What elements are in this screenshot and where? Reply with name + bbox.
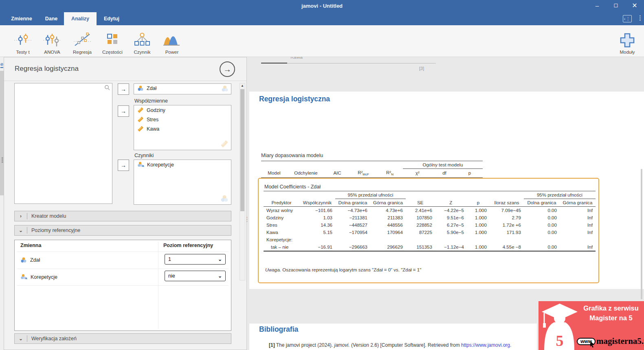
options-title: Regresja logistyczna bbox=[15, 65, 79, 73]
model-coefficients-table[interactable]: 95% przedział ufności95% przedział ufnoś… bbox=[264, 191, 596, 252]
continuous-variable-icon bbox=[137, 107, 144, 113]
ref-row-zdal: Zdał bbox=[20, 257, 40, 263]
nominal-variable-icon bbox=[137, 85, 144, 91]
analyses-ribbon: ja Testy t ANOVA Regresja Częstości Czyn… bbox=[0, 25, 644, 57]
variable-name: Kawa bbox=[147, 126, 159, 132]
assign-factors-button[interactable]: → bbox=[118, 160, 129, 171]
covariates-box[interactable]: Godziny Stres Kawa bbox=[134, 105, 231, 150]
analysis-output-card[interactable]: Regresja logistyczna Miary dopasowania m… bbox=[249, 92, 644, 289]
continuous-type-ghost-icon bbox=[220, 140, 229, 148]
collapse-options-arrow-button[interactable]: → bbox=[220, 61, 235, 77]
close-button[interactable]: ✕ bbox=[625, 0, 644, 12]
tab-analizy[interactable]: Analizy bbox=[64, 12, 97, 25]
scroll-up-arrow-icon[interactable]: ▲ bbox=[240, 84, 245, 88]
section-label: Poziomy referencyjne bbox=[31, 228, 80, 233]
factors-label: Czynniki bbox=[134, 153, 154, 158]
watermark-line1: Grafika z serwisu bbox=[578, 304, 644, 312]
section-poziomy-referencyjne[interactable]: ⌄ Poziomy referencyjne bbox=[14, 225, 231, 236]
continuous-variable-icon bbox=[137, 116, 144, 122]
variable-item-korepetycje[interactable]: a Korepetycje bbox=[134, 160, 231, 169]
background-spreadsheet-edge: e ●●● bbox=[0, 57, 4, 350]
coef-table-title: Model Coefficients - Zdał bbox=[264, 184, 321, 190]
previous-output-clipped-text: Kawa bbox=[290, 57, 303, 60]
ribbon-item-czynnik[interactable]: Czynnik bbox=[127, 28, 157, 55]
reference-levels-table: Zmienna Poziom referencyjny Zdał 1 ⌄ a K… bbox=[14, 240, 231, 331]
coef-table-note: Uwaga. Oszacowania reprezentują logarytm… bbox=[265, 267, 421, 272]
variable-item-godziny[interactable]: Godziny bbox=[134, 105, 231, 115]
ribbon-item-label: Moduły bbox=[620, 50, 635, 55]
search-icon bbox=[104, 85, 110, 90]
chevron-down-icon: ⌄ bbox=[15, 336, 27, 341]
section-weryfikacja-zalozen[interactable]: ⌄ Weryfikacja założeń bbox=[14, 333, 231, 344]
ref-col-variable: Zmienna bbox=[20, 243, 41, 248]
jamovi-link[interactable]: https://www.jamovi.org. bbox=[461, 342, 511, 348]
source-variables-list[interactable] bbox=[14, 83, 112, 204]
nominal-variable-icon bbox=[20, 257, 27, 263]
variable-item-stres[interactable]: Stres bbox=[134, 115, 231, 124]
watermark-site: magisterna5.pl bbox=[596, 336, 644, 346]
app-menu-icon[interactable]: ⋮ bbox=[637, 14, 643, 22]
ribbon-item-czestosci[interactable]: Częstości bbox=[98, 28, 127, 55]
assign-covariates-button[interactable]: → bbox=[118, 105, 129, 117]
tab-edytuj[interactable]: Edytuj bbox=[98, 12, 125, 25]
bibliography-heading: Bibliografia bbox=[259, 325, 298, 334]
ribbon-item-label: Power bbox=[165, 50, 179, 55]
previous-output-ref-marker: [3] bbox=[419, 66, 424, 71]
analysis-options-panel: Regresja logistyczna → → → → Zdał Współz… bbox=[4, 57, 247, 350]
scrollbar-thumb[interactable] bbox=[240, 89, 244, 211]
tab-zmienne[interactable]: Zmienne bbox=[6, 12, 37, 25]
variable-name: Zdał bbox=[147, 85, 156, 91]
selected-value: nie bbox=[168, 273, 175, 279]
section-kreator-modelu[interactable]: › Kreator modelu bbox=[14, 211, 231, 221]
syntax-mode-icon[interactable]: ‹⋮ bbox=[623, 15, 632, 22]
ribbon-item-power[interactable]: Power bbox=[157, 28, 187, 55]
options-scrollbar[interactable]: ▲ bbox=[240, 83, 245, 280]
ribbon-item-anova[interactable]: ANOVA bbox=[37, 28, 67, 55]
chevron-down-icon: ⌄ bbox=[218, 273, 222, 279]
variable-item-kawa[interactable]: Kawa bbox=[134, 124, 231, 133]
section-label: Kreator modelu bbox=[31, 213, 66, 219]
ribbon-item-testy-t[interactable]: Testy t bbox=[8, 28, 37, 55]
variable-name: Stres bbox=[147, 117, 158, 122]
dependent-variable-box[interactable]: Zdał bbox=[134, 83, 231, 94]
svg-text:a: a bbox=[142, 164, 144, 168]
ref-variable-name: Korepetycje bbox=[31, 274, 57, 280]
drag-handle-icon[interactable]: ●●● bbox=[1, 157, 3, 163]
assign-dependent-button[interactable]: → bbox=[118, 83, 129, 95]
main-tab-bar: Zmienne Dane Analizy Edytuj ‹⋮ ⋮ bbox=[0, 12, 644, 25]
watermark-banner: 5 Grafika z serwisu Magister na 5 www ma… bbox=[537, 299, 644, 350]
ref-col-level: Poziom referencyjny bbox=[163, 243, 213, 248]
model-coefficients-selection-box[interactable]: Model Coefficients - Zdał 95% przedział … bbox=[258, 178, 599, 283]
left-scrollbar[interactable] bbox=[0, 71, 4, 195]
modules-plus-icon bbox=[618, 32, 637, 49]
ribbon-item-regresja[interactable]: Regresja bbox=[68, 28, 97, 55]
graduate-silhouette-icon: 5 bbox=[541, 302, 578, 350]
ref-level-select-korepetycje[interactable]: nie ⌄ bbox=[165, 271, 226, 281]
selected-value: 1 bbox=[168, 256, 171, 262]
chevron-right-icon: › bbox=[15, 213, 27, 219]
tab-dane[interactable]: Dane bbox=[39, 12, 64, 25]
factors-box[interactable]: a Korepetycje bbox=[134, 160, 231, 205]
ref-row-korepetycje: a Korepetycje bbox=[20, 274, 57, 280]
nominal-text-variable-icon: a bbox=[137, 162, 144, 168]
previous-table-border-dark bbox=[261, 63, 287, 63]
title-bar: jamovi - Untitled – ☐ ✕ bbox=[0, 0, 644, 12]
variable-name: Korepetycje bbox=[147, 162, 174, 168]
variable-item-zdal[interactable]: Zdał bbox=[134, 84, 231, 93]
watermark-line2: Magister na 5 bbox=[578, 314, 644, 322]
fit-table-title: Miary dopasowania modelu bbox=[261, 153, 323, 158]
maximize-button[interactable]: ☐ bbox=[607, 0, 625, 12]
ribbon-item-label: Testy t bbox=[16, 50, 29, 55]
anova-icon bbox=[43, 32, 62, 49]
bibliography-reference: [1] The jamovi project (2024). jamovi. (… bbox=[269, 342, 511, 348]
ref-variable-name: Zdał bbox=[30, 257, 40, 263]
minimize-button[interactable]: – bbox=[588, 0, 607, 12]
svg-text:a: a bbox=[25, 276, 27, 280]
ribbon-item-label: Częstości bbox=[102, 50, 123, 55]
ribbon-item-moduly[interactable]: Moduły bbox=[613, 28, 642, 55]
continuous-variable-icon bbox=[137, 126, 144, 132]
options-header: Regresja logistyczna → bbox=[4, 57, 246, 81]
ribbon-item-label: Czynnik bbox=[134, 50, 151, 55]
frequencies-icon bbox=[103, 32, 122, 49]
ref-level-select-zdal[interactable]: 1 ⌄ bbox=[165, 254, 226, 265]
